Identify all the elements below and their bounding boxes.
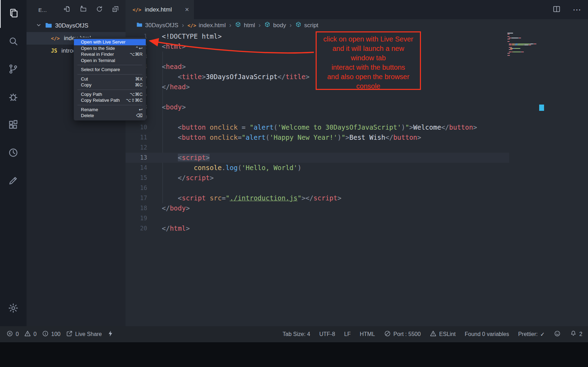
- breadcrumb-item-30daysofjs[interactable]: 30DaysOfJS: [136, 21, 178, 30]
- activitybar-clock-icon[interactable]: [0, 139, 27, 167]
- status-live-share[interactable]: Live Share: [66, 330, 102, 338]
- more-actions-icon[interactable]: ⋯: [573, 5, 582, 15]
- breadcrumb-item-index-html[interactable]: </>index.html: [187, 22, 226, 29]
- status-label: Port : 5500: [393, 331, 421, 337]
- status-port-5500[interactable]: Port : 5500: [384, 330, 421, 338]
- refresh-icon[interactable]: [96, 5, 103, 14]
- close-icon[interactable]: ×: [185, 6, 189, 14]
- activitybar-debug-icon[interactable]: [0, 84, 27, 112]
- code-line-14[interactable]: 14 console.log('Hello, World'): [126, 163, 509, 173]
- port-icon: [384, 330, 391, 338]
- menu-item-open-to-the-side[interactable]: Open to the Side⌃↩: [74, 45, 146, 52]
- code-line-10[interactable]: 10 <button onclick = "alert('Welcome to …: [126, 122, 509, 132]
- annotation-line: and also open the browser: [317, 72, 420, 82]
- line-number: 12: [126, 143, 147, 153]
- breadcrumb-item-script[interactable]: script: [295, 21, 318, 30]
- status-html[interactable]: HTML: [360, 331, 375, 337]
- line-number: 11: [126, 132, 147, 143]
- code-line-9[interactable]: 9: [126, 112, 509, 122]
- menu-item-copy-relative-path[interactable]: Copy Relative Path⌥⇧⌘C: [74, 97, 146, 104]
- code-line-12[interactable]: 12: [126, 143, 509, 153]
- status-eslint[interactable]: ESLint: [430, 330, 455, 338]
- line-content: <button onclick = "alert('Welcome to 30D…: [147, 122, 477, 132]
- status-100[interactable]: 100: [42, 330, 61, 338]
- error-icon: [6, 330, 13, 338]
- status-0[interactable]: 0: [6, 330, 19, 338]
- annotation-box: click on open with Live Severand it will…: [316, 31, 421, 90]
- activitybar-pen-icon[interactable]: [0, 167, 27, 195]
- collapse-all-icon[interactable]: [112, 5, 119, 14]
- menu-item-open-with-live-server[interactable]: Open with Live Server: [74, 39, 146, 45]
- code-line-16[interactable]: 16: [126, 183, 509, 193]
- breadcrumb-item-body[interactable]: body: [264, 21, 286, 30]
- status-label: ESLint: [439, 331, 455, 337]
- code-line-20[interactable]: 20</html>: [126, 223, 509, 234]
- activitybar-extensions-icon[interactable]: [0, 112, 27, 139]
- code-line-19[interactable]: 19: [126, 213, 509, 223]
- menu-item-reveal-in-finder[interactable]: Reveal in Finder⌥⌘R: [74, 51, 146, 58]
- menu-item-rename[interactable]: Rename↩: [74, 107, 146, 113]
- line-number: 19: [126, 213, 147, 223]
- menu-item-copy[interactable]: Copy⌘C: [74, 82, 146, 88]
- menu-item-label: Open in Terminal: [81, 58, 115, 63]
- breadcrumb-separator: ›: [229, 22, 231, 29]
- menu-item-shortcut: ↩: [139, 107, 143, 112]
- breadcrumb-label: script: [304, 22, 318, 29]
- breadcrumb-separator: ›: [289, 22, 292, 29]
- line-content: <script>: [147, 153, 210, 163]
- code-line-15[interactable]: 15 </script>: [126, 173, 509, 183]
- split-editor-icon[interactable]: [552, 5, 561, 15]
- status-0[interactable]: 0: [24, 330, 37, 338]
- activitybar-source-control-icon[interactable]: [0, 56, 27, 84]
- minimap[interactable]: [507, 33, 539, 56]
- menu-item-delete[interactable]: Delete⌫: [74, 113, 146, 119]
- menu-item-label: Copy: [81, 82, 91, 87]
- activitybar-search-icon[interactable]: [0, 28, 27, 56]
- extensions-icon: [8, 119, 19, 132]
- status-lf[interactable]: LF: [344, 331, 351, 337]
- line-content: [147, 213, 162, 223]
- line-number: 15: [126, 173, 147, 183]
- menu-item-shortcut: ⌫: [136, 113, 143, 118]
- explorer-actions: [63, 5, 119, 14]
- menu-item-open-in-terminal[interactable]: Open in Terminal: [74, 58, 146, 64]
- warning-icon: [24, 330, 31, 338]
- status-smiley-icon[interactable]: [554, 330, 561, 338]
- status-tab-size-4[interactable]: Tab Size: 4: [282, 331, 310, 337]
- line-content: [147, 183, 162, 193]
- line-content: </script>: [147, 173, 214, 183]
- menu-item-copy-path[interactable]: Copy Path⌥⌘C: [74, 91, 146, 98]
- code-line-7[interactable]: 7: [126, 92, 509, 102]
- status-found-0-variables[interactable]: Found 0 variables: [465, 331, 509, 337]
- breadcrumb-item-html[interactable]: html: [235, 21, 255, 30]
- status-utf-8[interactable]: UTF-8: [319, 331, 335, 337]
- menu-item-shortcut: ⌘X: [135, 76, 143, 82]
- breadcrumb-separator: ›: [258, 22, 261, 29]
- code-line-11[interactable]: 11 <button onclick="alert('Happy New Yea…: [126, 132, 509, 143]
- folder-row-30daysofjs[interactable]: 30DaysOfJS: [27, 20, 126, 32]
- chevron-down-icon[interactable]: [36, 22, 42, 30]
- line-number: 18: [126, 203, 147, 213]
- breadcrumb-label: body: [273, 22, 286, 29]
- status-prettier[interactable]: Prettier:✓: [518, 331, 545, 338]
- menu-item-cut[interactable]: Cut⌘X: [74, 76, 146, 82]
- line-content: <body>: [147, 102, 186, 112]
- js-file-icon: JS: [51, 48, 57, 54]
- status-lightning-icon[interactable]: [107, 330, 114, 338]
- menu-separator: [77, 65, 142, 65]
- line-content: [147, 143, 162, 153]
- code-line-8[interactable]: 8<body>: [126, 102, 509, 112]
- code-line-17[interactable]: 17 <script src="./introduction.js"></scr…: [126, 193, 509, 203]
- new-file-icon[interactable]: [63, 5, 71, 14]
- tab-index-html[interactable]: </> index.html ×: [126, 0, 194, 19]
- status-bar: 00100Live Share Tab Size: 4UTF-8LFHTMLPo…: [0, 326, 588, 342]
- new-folder-icon[interactable]: [80, 5, 87, 14]
- annotation-line: interact with the buttons: [317, 63, 420, 72]
- menu-item-select-for-compare[interactable]: Select for Compare: [74, 67, 146, 73]
- code-line-18[interactable]: 18</body>: [126, 203, 509, 213]
- code-line-13[interactable]: 13 <script>: [126, 153, 509, 163]
- menu-item-label: Reveal in Finder: [81, 52, 114, 57]
- status-2[interactable]: 2: [570, 330, 582, 338]
- activitybar-files-icon[interactable]: [0, 0, 27, 28]
- activitybar-gear-icon[interactable]: [0, 295, 27, 323]
